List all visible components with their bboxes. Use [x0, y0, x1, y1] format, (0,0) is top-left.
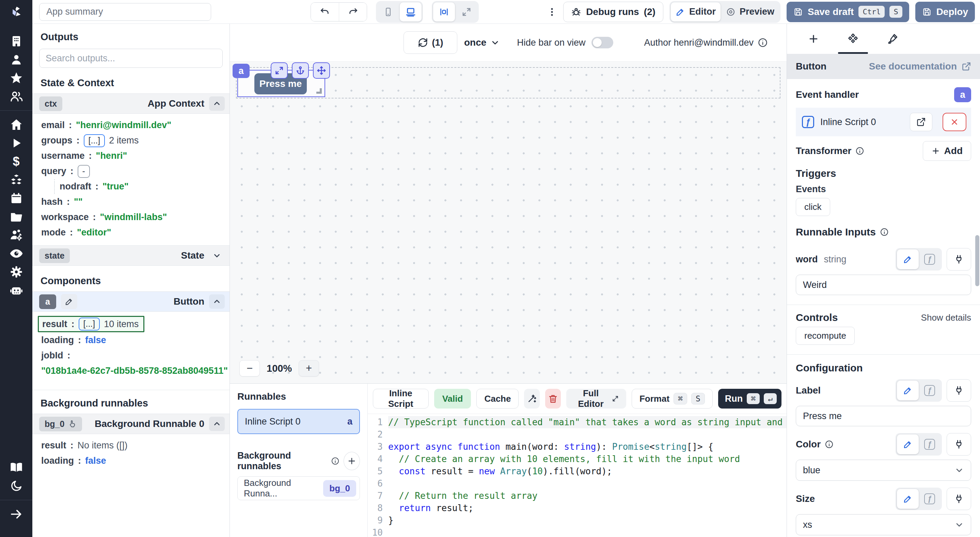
zoom-out-button[interactable]: − [239, 360, 260, 376]
static-mode-button[interactable] [897, 435, 919, 454]
dark-mode-moon-icon[interactable] [0, 477, 32, 495]
run-button[interactable]: Run ⌘ ↵ [718, 389, 781, 408]
static-mode-button[interactable] [897, 489, 919, 509]
more-menu-button[interactable] [547, 6, 557, 18]
search-outputs-input[interactable] [39, 49, 223, 68]
full-width-button[interactable] [456, 2, 477, 21]
see-documentation-link[interactable]: See documentation [869, 61, 971, 72]
expand-value-box[interactable]: [...] [84, 134, 105, 147]
label-value-input[interactable] [796, 406, 971, 426]
favorites-star-icon[interactable] [0, 69, 32, 87]
code-line[interactable]: // Create an array with 10 elements, fil… [388, 453, 787, 465]
size-select[interactable]: xs [796, 514, 971, 535]
word-value-input[interactable] [796, 275, 971, 295]
center-content-button[interactable] [433, 2, 455, 21]
code-line[interactable]: } [388, 514, 787, 526]
recompute-chip[interactable]: recompute [796, 327, 855, 345]
workers-user-cog-icon[interactable] [0, 226, 32, 244]
code-line[interactable]: const result = new Array(10).fill(word); [388, 465, 787, 477]
docs-book-icon[interactable] [0, 458, 32, 477]
code-area[interactable]: 12345678910 // TypeScript function calle… [368, 414, 787, 537]
code-line[interactable] [388, 477, 787, 490]
ai-wand-button[interactable] [524, 389, 540, 408]
variables-dollar-icon[interactable]: $ [0, 152, 32, 171]
eval-mode-button[interactable]: ƒ [919, 381, 940, 400]
debug-runs-button[interactable]: Debug runs (2) [563, 2, 663, 22]
preview-tab[interactable]: Preview [721, 2, 779, 21]
bg0-section-header[interactable]: bg_0 Background Runnable 0 [32, 414, 229, 434]
anchor-handle[interactable] [292, 62, 309, 79]
format-button[interactable]: Format ⌘ S [632, 389, 713, 408]
rename-pencil-icon[interactable] [61, 294, 77, 309]
runnable-item-bg0[interactable]: Background Runna... bg_0 [237, 476, 360, 500]
connect-plug-button[interactable] [947, 488, 971, 510]
expand-value-box[interactable]: [...] [79, 317, 100, 330]
save-draft-button[interactable]: Save draft Ctrl S [787, 2, 909, 22]
code-line[interactable]: export async function main(word: string)… [388, 441, 787, 453]
event-script-row[interactable]: ƒ Inline Script 0 [796, 108, 971, 136]
code-line[interactable] [388, 428, 787, 441]
app-summary-input[interactable] [39, 3, 211, 21]
full-editor-button[interactable]: Full Editor [566, 389, 626, 408]
code-line[interactable] [388, 526, 787, 537]
runnable-item-inline-script-0[interactable]: Inline Script 0 a [237, 409, 360, 434]
insert-component-tab[interactable] [794, 24, 833, 54]
runs-play-icon[interactable] [0, 134, 32, 152]
eval-mode-button[interactable]: ƒ [919, 435, 940, 454]
button-component-header[interactable]: a Button [32, 291, 229, 312]
undo-button[interactable] [311, 3, 339, 21]
cache-button[interactable]: Cache [476, 389, 519, 408]
inline-script-tab[interactable]: Inline Script [373, 389, 429, 408]
hide-bar-toggle[interactable] [592, 37, 613, 48]
show-details-link[interactable]: Show details [921, 312, 971, 323]
color-select[interactable]: blue [796, 460, 971, 481]
click-event-chip[interactable]: click [796, 198, 830, 216]
static-mode-button[interactable] [897, 249, 919, 269]
chevron-up-icon[interactable] [209, 295, 225, 309]
state-section-header[interactable]: state State [32, 245, 229, 266]
move-handle[interactable] [313, 62, 330, 79]
mobile-view-button[interactable] [377, 2, 399, 21]
connect-plug-button[interactable] [947, 433, 971, 456]
ctx-section-header[interactable]: ctx App Context [32, 93, 229, 114]
desktop-view-button[interactable] [400, 2, 422, 21]
code-line[interactable]: // Return the result array [388, 490, 787, 502]
deploy-button[interactable]: Deploy [915, 2, 975, 22]
remove-script-button[interactable] [943, 113, 966, 131]
refresh-runnables-button[interactable]: (1) [404, 31, 457, 54]
groups-icon[interactable] [0, 87, 32, 106]
delete-script-button[interactable] [545, 389, 561, 408]
windmill-logo[interactable] [0, 0, 32, 24]
expand-handle[interactable] [271, 62, 288, 79]
settings-gear-icon[interactable] [0, 263, 32, 281]
code-line[interactable]: return result; [388, 502, 787, 514]
add-background-runnable-button[interactable] [344, 452, 360, 470]
component-settings-tab[interactable] [833, 24, 873, 54]
eval-mode-button[interactable]: ƒ [919, 249, 940, 269]
home-icon[interactable] [0, 116, 32, 134]
add-transformer-button[interactable]: Add [923, 141, 971, 161]
ai-robot-icon[interactable] [0, 281, 32, 300]
expand-value-box[interactable]: - [78, 165, 90, 178]
schedules-calendar-icon[interactable] [0, 189, 32, 207]
refresh-policy-dropdown[interactable]: once [464, 37, 500, 48]
canvas-grid[interactable]: a [230, 61, 787, 383]
audit-eye-icon[interactable] [0, 244, 32, 263]
connect-plug-button[interactable] [947, 379, 971, 402]
code-line[interactable]: // TypeScript function called "main" tha… [388, 416, 787, 428]
chevron-down-icon[interactable] [209, 249, 225, 263]
expand-sidebar-arrow-icon[interactable] [0, 505, 32, 523]
editor-tab[interactable]: Editor [671, 2, 721, 21]
static-mode-button[interactable] [897, 381, 919, 400]
eval-mode-button[interactable]: ƒ [919, 489, 940, 509]
open-script-button[interactable] [910, 113, 932, 131]
scrollbar-thumb[interactable] [975, 235, 979, 286]
resources-cubes-icon[interactable] [0, 171, 32, 189]
workspace-building-icon[interactable] [0, 32, 32, 51]
connect-plug-button[interactable] [947, 248, 971, 271]
chevron-up-icon[interactable] [209, 96, 225, 111]
resize-handle[interactable] [317, 88, 322, 94]
chevron-up-icon[interactable] [209, 417, 225, 431]
code-lines[interactable]: // TypeScript function called "main" tha… [388, 416, 787, 537]
redo-button[interactable] [339, 3, 367, 21]
